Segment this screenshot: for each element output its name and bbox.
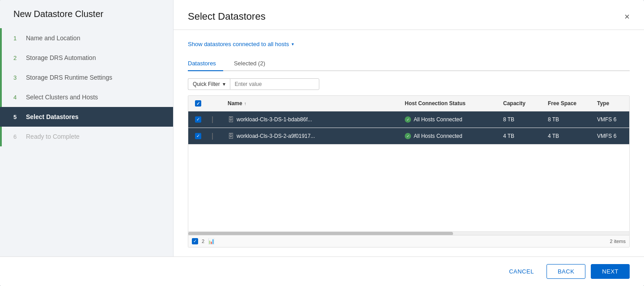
row1-checkbox-cell[interactable] bbox=[188, 112, 208, 127]
step-indicator-3 bbox=[0, 68, 2, 87]
row2-host-status: All Hosts Connected bbox=[401, 128, 500, 144]
header-checkbox-cell[interactable] bbox=[188, 96, 208, 111]
sidebar-label-1: Name and Location bbox=[26, 34, 80, 42]
back-button[interactable]: BACK bbox=[547, 264, 585, 279]
header-icon-col bbox=[208, 99, 224, 108]
row2-name: 🗄 workload-Cls-3-DS-2-a9f01917... bbox=[224, 128, 401, 144]
table-row[interactable]: | 🗄 workload-Cls-3-DS-1-bdab86f... All H… bbox=[188, 111, 629, 128]
quick-filter-input[interactable] bbox=[230, 78, 319, 90]
tab-datastores[interactable]: Datastores bbox=[188, 56, 223, 71]
step-num-6: 6 bbox=[13, 133, 21, 140]
sidebar-label-2: Storage DRS Automation bbox=[26, 54, 96, 61]
filter-dropdown-button[interactable]: Show datastores connected to all hosts ▾ bbox=[188, 39, 294, 49]
filter-chevron-icon: ▾ bbox=[223, 81, 225, 87]
header-type[interactable]: Type bbox=[593, 96, 629, 111]
footer-items-count: 2 items bbox=[610, 239, 626, 244]
row2-pipe: | bbox=[208, 128, 224, 144]
header-capacity-label: Capacity bbox=[503, 100, 525, 107]
row1-free-space: 8 TB bbox=[544, 112, 593, 127]
header-checkbox[interactable] bbox=[195, 100, 201, 107]
table-body: | 🗄 workload-Cls-3-DS-1-bdab86f... All H… bbox=[188, 111, 629, 231]
row2-capacity: 4 TB bbox=[500, 128, 544, 144]
row2-checkbox-cell[interactable] bbox=[188, 128, 208, 144]
footer-count-label: 2 bbox=[202, 239, 204, 244]
scrollbar-thumb bbox=[188, 232, 453, 235]
sidebar-item-name-location[interactable]: 1 Name and Location bbox=[0, 28, 173, 48]
quick-filter-row: Quick Filter ▾ bbox=[188, 78, 630, 90]
sidebar-label-5: Select Datastores bbox=[26, 113, 79, 120]
next-button[interactable]: NEXT bbox=[591, 264, 630, 279]
sidebar-label-3: Storage DRS Runtime Settings bbox=[26, 74, 112, 81]
close-button[interactable]: × bbox=[624, 12, 630, 21]
dialog: New Datastore Cluster 1 Name and Locatio… bbox=[0, 0, 644, 286]
quick-filter-label: Quick Filter bbox=[193, 81, 220, 87]
main-body: Show datastores connected to all hosts ▾… bbox=[174, 30, 644, 256]
table-footer: 2 📊 2 items bbox=[188, 235, 629, 247]
sidebar-item-select-datastores[interactable]: 5 Select Datastores bbox=[0, 107, 173, 127]
status-dot-icon-1 bbox=[405, 116, 411, 123]
chevron-down-icon: ▾ bbox=[292, 42, 294, 47]
status-dot-icon-2 bbox=[405, 133, 411, 139]
header-free-space-label: Free Space bbox=[548, 100, 576, 107]
dialog-footer: CANCEL BACK NEXT bbox=[0, 256, 644, 286]
pipe-divider-icon: | bbox=[212, 116, 213, 123]
step-indicator-1 bbox=[0, 28, 2, 48]
tab-selected[interactable]: Selected (2) bbox=[234, 56, 272, 71]
sidebar-item-select-clusters[interactable]: 4 Select Clusters and Hosts bbox=[0, 87, 173, 107]
cancel-button[interactable]: CANCEL bbox=[502, 265, 541, 278]
row2-status-text: All Hosts Connected bbox=[414, 133, 462, 139]
step-num-3: 3 bbox=[13, 74, 21, 81]
step-indicator-4 bbox=[0, 87, 2, 107]
step-num-5: 5 bbox=[13, 114, 21, 120]
row1-checkbox[interactable] bbox=[195, 116, 201, 123]
row1-capacity: 8 TB bbox=[500, 112, 544, 127]
tab-datastores-label: Datastores bbox=[188, 60, 216, 67]
table-row[interactable]: | 🗄 workload-Cls-3-DS-2-a9f01917... All … bbox=[188, 128, 629, 145]
row1-status-text: All Hosts Connected bbox=[414, 116, 462, 123]
sidebar-item-runtime-settings[interactable]: 3 Storage DRS Runtime Settings bbox=[0, 68, 173, 87]
row1-name: 🗄 workload-Cls-3-DS-1-bdab86f... bbox=[224, 111, 401, 128]
row2-checkbox[interactable] bbox=[195, 133, 201, 139]
main-header: Select Datastores × bbox=[174, 0, 644, 30]
table-container: Name ↑ Host Connection Status Capacity F… bbox=[188, 95, 630, 248]
header-host-status-label: Host Connection Status bbox=[405, 100, 466, 107]
header-capacity[interactable]: Capacity bbox=[500, 96, 544, 111]
status-connected-2: All Hosts Connected bbox=[405, 133, 462, 139]
quick-filter-select[interactable]: Quick Filter ▾ bbox=[188, 78, 230, 90]
sidebar-item-ready[interactable]: 6 Ready to Complete bbox=[0, 127, 173, 146]
row1-host-status: All Hosts Connected bbox=[401, 112, 500, 127]
page-title: Select Datastores bbox=[188, 11, 266, 22]
tab-selected-label: Selected (2) bbox=[234, 60, 265, 67]
header-name[interactable]: Name ↑ bbox=[224, 96, 401, 111]
main-content: Select Datastores × Show datastores conn… bbox=[174, 0, 644, 256]
footer-left: 2 📊 bbox=[192, 238, 215, 244]
status-connected-1: All Hosts Connected bbox=[405, 116, 462, 123]
row1-pipe: | bbox=[208, 111, 224, 128]
tabs-row: Datastores Selected (2) bbox=[188, 56, 630, 71]
header-host-status[interactable]: Host Connection Status bbox=[401, 96, 500, 111]
sort-icon: ↑ bbox=[244, 101, 246, 106]
datastore-icon-2: 🗄 bbox=[228, 132, 234, 140]
row2-type: VMFS 6 bbox=[593, 128, 629, 144]
datastore-icon: 🗄 bbox=[228, 116, 234, 123]
filter-row: Show datastores connected to all hosts ▾ bbox=[188, 39, 630, 49]
step-indicator-6 bbox=[0, 127, 2, 146]
step-num-1: 1 bbox=[13, 35, 21, 42]
row2-free-space: 4 TB bbox=[544, 128, 593, 144]
footer-icon: 📊 bbox=[208, 238, 215, 244]
filter-label: Show datastores connected to all hosts bbox=[188, 41, 289, 47]
table-header: Name ↑ Host Connection Status Capacity F… bbox=[188, 96, 629, 111]
step-num-2: 2 bbox=[13, 55, 21, 61]
header-free-space[interactable]: Free Space bbox=[544, 96, 593, 111]
row1-type: VMFS 6 bbox=[593, 112, 629, 127]
header-type-label: Type bbox=[597, 100, 609, 107]
step-indicator-2 bbox=[0, 48, 2, 68]
footer-checkbox[interactable] bbox=[192, 238, 198, 244]
horizontal-scrollbar[interactable] bbox=[188, 231, 629, 235]
row2-name-text: workload-Cls-3-DS-2-a9f01917... bbox=[237, 133, 315, 139]
step-num-4: 4 bbox=[13, 94, 21, 101]
header-name-label: Name bbox=[228, 100, 242, 107]
sidebar-item-storage-drs[interactable]: 2 Storage DRS Automation bbox=[0, 48, 173, 68]
pipe-divider-icon-2: | bbox=[212, 132, 213, 140]
sidebar-label-6: Ready to Complete bbox=[26, 133, 80, 140]
